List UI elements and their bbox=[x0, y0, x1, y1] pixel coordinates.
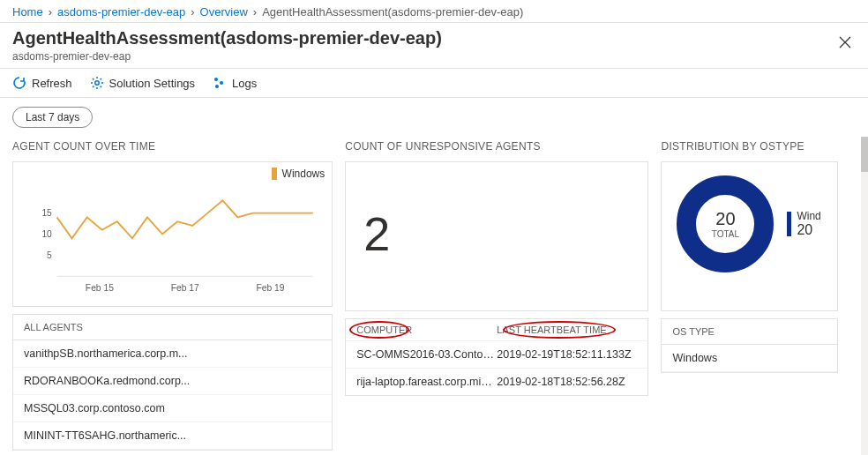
col-computer[interactable]: COMPUTER bbox=[356, 324, 497, 335]
svg-text:Feb 17: Feb 17 bbox=[171, 283, 199, 293]
gear-icon bbox=[90, 76, 104, 90]
blade-header: AgentHealthAssessment(asdoms-premier-dev… bbox=[0, 23, 868, 69]
close-icon bbox=[838, 35, 852, 49]
legend-label: Windows bbox=[282, 168, 326, 180]
close-button[interactable] bbox=[834, 32, 856, 53]
ostype-column: DISTRIBUTION BY OSTYPE 20 TOTAL Wind bbox=[661, 140, 838, 451]
svg-text:Feb 15: Feb 15 bbox=[86, 283, 114, 293]
logs-label: Logs bbox=[232, 77, 257, 90]
svg-text:5: 5 bbox=[47, 250, 52, 260]
all-agents-list: ALL AGENTS vanithpSB.northamerica.corp.m… bbox=[12, 314, 333, 451]
cell-computer: rija-laptop.fareast.corp.microso... bbox=[356, 376, 497, 388]
logs-button[interactable]: Logs bbox=[213, 76, 257, 90]
toolbar: Refresh Solution Settings Logs bbox=[0, 69, 868, 98]
breadcrumb-home[interactable]: Home bbox=[12, 5, 43, 19]
all-agents-header: ALL AGENTS bbox=[13, 315, 332, 340]
refresh-button[interactable]: Refresh bbox=[12, 76, 72, 90]
chevron-right-icon: › bbox=[49, 5, 52, 19]
svg-point-3 bbox=[215, 85, 219, 88]
donut-legend-value: 20 bbox=[797, 222, 820, 238]
donut-tile[interactable]: 20 TOTAL Wind 20 bbox=[661, 161, 838, 311]
ostype-header: OS TYPE bbox=[662, 319, 837, 345]
breadcrumb-overview[interactable]: Overview bbox=[200, 5, 248, 19]
unresponsive-column: COUNT OF UNRESPONSIVE AGENTS 2 COMPUTER … bbox=[345, 140, 648, 451]
list-item[interactable]: MSSQL03.corp.contoso.com bbox=[13, 395, 332, 422]
logs-icon bbox=[213, 76, 227, 90]
donut-legend-swatch-icon bbox=[787, 212, 791, 236]
svg-point-1 bbox=[214, 78, 218, 81]
svg-text:15: 15 bbox=[41, 208, 52, 218]
chevron-right-icon: › bbox=[191, 5, 194, 19]
donut-legend: Wind 20 bbox=[787, 211, 820, 238]
table-row[interactable]: rija-laptop.fareast.corp.microso...2019-… bbox=[346, 368, 647, 395]
solution-settings-button[interactable]: Solution Settings bbox=[90, 76, 196, 90]
cell-time: 2019-02-18T18:52:56.28Z bbox=[497, 376, 637, 388]
table-row[interactable]: SC-OMMS2016-03.Contoso.Lo...2019-02-19T1… bbox=[346, 340, 647, 368]
breadcrumb-workspace[interactable]: asdoms-premier-dev-eap bbox=[57, 5, 185, 19]
breadcrumb-current: AgentHealthAssessment(asdoms-premier-dev… bbox=[262, 5, 523, 19]
list-item[interactable]: MININT-TT6SAHG.northameric... bbox=[13, 422, 332, 450]
unresponsive-count-value: 2 bbox=[363, 206, 637, 261]
svg-point-0 bbox=[94, 81, 98, 85]
chart-legend: Windows bbox=[272, 168, 326, 180]
panel-title-right: DISTRIBUTION BY OSTYPE bbox=[661, 140, 838, 153]
ostype-list: OS TYPE Windows bbox=[661, 318, 838, 373]
cell-computer: SC-OMMS2016-03.Contoso.Lo... bbox=[356, 348, 497, 361]
vertical-scrollbar[interactable] bbox=[861, 137, 868, 455]
donut-chart: 20 TOTAL bbox=[672, 171, 778, 277]
svg-text:Feb 19: Feb 19 bbox=[256, 283, 284, 293]
donut-total-value: 20 bbox=[715, 209, 735, 229]
legend-swatch-icon bbox=[272, 168, 277, 180]
agent-count-column: AGENT COUNT OVER TIME Windows 51015Feb 1… bbox=[12, 140, 333, 451]
donut-total-label: TOTAL bbox=[712, 229, 739, 239]
unresponsive-table: COMPUTER LAST HEARTBEAT TIME SC-OMMS2016… bbox=[345, 318, 648, 396]
panel-title-mid: COUNT OF UNRESPONSIVE AGENTS bbox=[345, 140, 648, 153]
line-chart-tile[interactable]: Windows 51015Feb 15Feb 17Feb 19 bbox=[12, 161, 333, 307]
line-chart: 51015Feb 15Feb 17Feb 19 bbox=[24, 171, 321, 297]
cell-time: 2019-02-19T18:52:11.133Z bbox=[497, 348, 637, 361]
col-last-heartbeat[interactable]: LAST HEARTBEAT TIME bbox=[497, 324, 637, 335]
filter-row: Last 7 days bbox=[0, 98, 868, 137]
time-range-pill[interactable]: Last 7 days bbox=[12, 107, 93, 128]
unresponsive-table-head: COMPUTER LAST HEARTBEAT TIME bbox=[346, 319, 647, 340]
breadcrumb: Home › asdoms-premier-dev-eap › Overview… bbox=[0, 0, 868, 23]
list-item[interactable]: Windows bbox=[662, 345, 837, 372]
panels-area: AGENT COUNT OVER TIME Windows 51015Feb 1… bbox=[0, 137, 868, 451]
refresh-label: Refresh bbox=[32, 77, 72, 90]
svg-point-2 bbox=[220, 81, 223, 85]
solution-settings-label: Solution Settings bbox=[109, 77, 196, 90]
chevron-right-icon: › bbox=[253, 5, 257, 19]
refresh-icon bbox=[12, 76, 26, 90]
page-title: AgentHealthAssessment(asdoms-premier-dev… bbox=[12, 28, 856, 48]
unresponsive-count-tile[interactable]: 2 bbox=[345, 161, 648, 311]
page-subtitle: asdoms-premier-dev-eap bbox=[12, 50, 856, 63]
list-item[interactable]: RDORANBOOKa.redmond.corp... bbox=[13, 368, 332, 395]
svg-text:10: 10 bbox=[41, 229, 52, 239]
list-item[interactable]: vanithpSB.northamerica.corp.m... bbox=[13, 340, 332, 368]
donut-legend-label: Wind bbox=[797, 211, 820, 222]
panel-title-left: AGENT COUNT OVER TIME bbox=[12, 140, 333, 153]
